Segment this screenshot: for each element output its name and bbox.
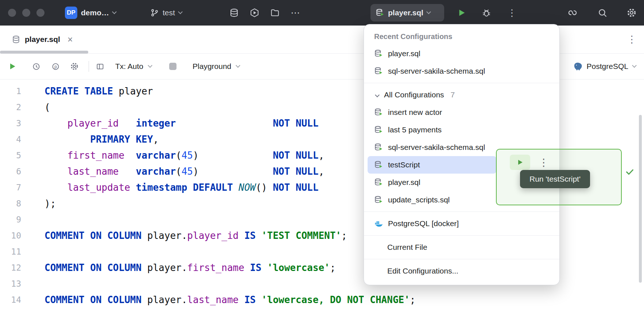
all-configurations-label: All Configurations — [384, 90, 444, 99]
chevron-down-icon — [236, 63, 240, 68]
profiler-letter: p — [54, 64, 57, 69]
line-number: 14 — [0, 292, 21, 308]
code-line[interactable] — [44, 244, 416, 260]
code-lines[interactable]: CREATE TABLE player( player_id integer N… — [44, 83, 416, 308]
sql-run-config-icon — [374, 108, 383, 117]
config-item[interactable]: insert new actor — [364, 104, 559, 121]
config-item[interactable]: last 5 payments — [364, 121, 559, 139]
config-label: update_scripts.sql — [388, 195, 450, 204]
code-line[interactable]: first_name varchar(45) NOT NULL, — [44, 147, 416, 163]
toolbar-divider — [89, 61, 89, 72]
config-label: player.sql — [388, 49, 420, 58]
chevron-down-icon — [375, 93, 380, 97]
code-line[interactable]: last_update timestamp DEFAULT NOW() NOT … — [44, 179, 416, 195]
tx-mode-dropdown[interactable]: Tx: Auto — [115, 62, 152, 71]
code-line[interactable]: ( — [44, 99, 416, 115]
edit-configurations-label: Edit Configurations... — [387, 267, 458, 275]
sql-run-config-icon — [374, 195, 383, 204]
editor-scrollbar[interactable] — [639, 115, 642, 283]
config-label: insert new actor — [388, 108, 442, 117]
ai-assistant-icon — [565, 5, 580, 20]
code-line[interactable] — [44, 212, 416, 228]
tabbar-options-button[interactable]: ⋮ — [627, 26, 637, 53]
config-label: testScript — [388, 160, 420, 169]
project-avatar: DP — [65, 7, 77, 19]
edit-configurations-item[interactable]: Edit Configurations... — [364, 262, 559, 280]
more-run-actions-button[interactable]: ⋮ — [505, 0, 519, 26]
editor-tab-player-sql[interactable]: player.sql × — [6, 26, 79, 53]
titlebar: DP demo… test — [0, 0, 644, 26]
code-line[interactable]: COMMENT ON COLUMN player.last_name IS 'l… — [44, 292, 416, 308]
run-icon — [454, 5, 469, 20]
vcs-widget[interactable]: test — [150, 0, 182, 26]
postgresql-icon — [573, 62, 582, 71]
services-button[interactable] — [247, 5, 262, 20]
window-close-button[interactable] — [8, 9, 16, 17]
config-label: sql-server-sakila-schema.sql — [388, 67, 485, 75]
project-widget[interactable]: DP demo… — [65, 0, 116, 26]
profiler-button[interactable]: p — [49, 60, 62, 73]
settings-button[interactable] — [624, 0, 639, 26]
more-vertical-icon: ⋮ — [505, 5, 519, 20]
selected-run-config: player.sql — [388, 8, 423, 17]
tab-scrollbar[interactable] — [0, 51, 88, 54]
all-configurations-toggle[interactable]: All Configurations 7 — [364, 86, 559, 104]
window-minimize-button[interactable] — [22, 9, 30, 17]
code-line[interactable]: player_id integer NOT NULL — [44, 115, 416, 131]
line-number: 1 — [0, 83, 21, 99]
project-folder-button[interactable] — [268, 5, 282, 20]
branch-name: test — [163, 8, 175, 17]
console-settings-button[interactable] — [68, 60, 81, 73]
run-button-titlebar[interactable] — [454, 0, 469, 26]
tab-label: player.sql — [25, 35, 60, 44]
config-item[interactable]: player.sql — [364, 45, 559, 62]
search-everywhere-button[interactable] — [595, 0, 610, 26]
code-line[interactable]: ); — [44, 195, 416, 212]
line-number: 10 — [0, 228, 21, 244]
line-number: 9 — [0, 212, 21, 228]
run-actions-overlay: ⋮ Run 'testScript' — [496, 149, 622, 205]
code-line[interactable]: COMMENT ON COLUMN player.player_id IS 'T… — [44, 228, 416, 244]
line-number: 8 — [0, 195, 21, 212]
app-window: DP demo… test — [0, 0, 644, 310]
run-button[interactable] — [510, 155, 530, 170]
sql-run-config-icon — [374, 49, 383, 58]
datasource-item[interactable]: PostgreSQL [docker] — [364, 215, 559, 232]
dialect-label: PostgreSQL — [587, 62, 628, 71]
popup-divider — [364, 83, 559, 83]
inline-results-toggle[interactable] — [93, 60, 106, 73]
tab-close-button[interactable]: × — [67, 35, 73, 44]
stop-button[interactable] — [166, 60, 179, 73]
config-item-selected[interactable]: testScript — [368, 156, 496, 174]
code-line[interactable]: last_name varchar(45) NOT NULL, — [44, 163, 416, 179]
inspection-status-icon[interactable] — [625, 167, 635, 177]
popup-divider — [364, 212, 559, 212]
history-button[interactable] — [30, 60, 43, 73]
docker-icon — [374, 219, 383, 228]
more-actions-button[interactable]: ⋮ — [539, 155, 548, 170]
line-number: 5 — [0, 147, 21, 163]
code-line[interactable] — [44, 276, 416, 292]
popup-header: Recent Configurations — [364, 28, 559, 45]
current-file-item[interactable]: Current File — [364, 239, 559, 256]
config-item[interactable]: sql-server-sakila-schema.sql — [364, 62, 559, 80]
run-configuration-selector[interactable]: player.sql — [371, 4, 444, 22]
project-name: demo… — [81, 8, 109, 17]
branch-icon — [150, 8, 159, 17]
sql-run-config-icon — [374, 143, 383, 152]
stop-icon — [169, 63, 176, 70]
line-number: 11 — [0, 244, 21, 260]
window-zoom-button[interactable] — [36, 9, 44, 17]
debug-button[interactable] — [479, 0, 494, 26]
more-toolbar-actions-button[interactable]: ⋯ — [288, 5, 303, 20]
database-tool-button[interactable] — [227, 5, 241, 20]
code-line[interactable]: PRIMARY KEY, — [44, 131, 416, 147]
console-dropdown[interactable]: Playground — [193, 62, 240, 71]
config-label: last 5 payments — [388, 125, 442, 134]
ai-assistant-button[interactable] — [565, 0, 580, 26]
dialect-selector[interactable]: PostgreSQL — [573, 62, 636, 71]
execute-button[interactable] — [6, 60, 19, 73]
code-line[interactable]: COMMENT ON COLUMN player.first_name IS '… — [44, 260, 416, 276]
line-number: 12 — [0, 260, 21, 276]
code-line[interactable]: CREATE TABLE player — [44, 83, 416, 99]
